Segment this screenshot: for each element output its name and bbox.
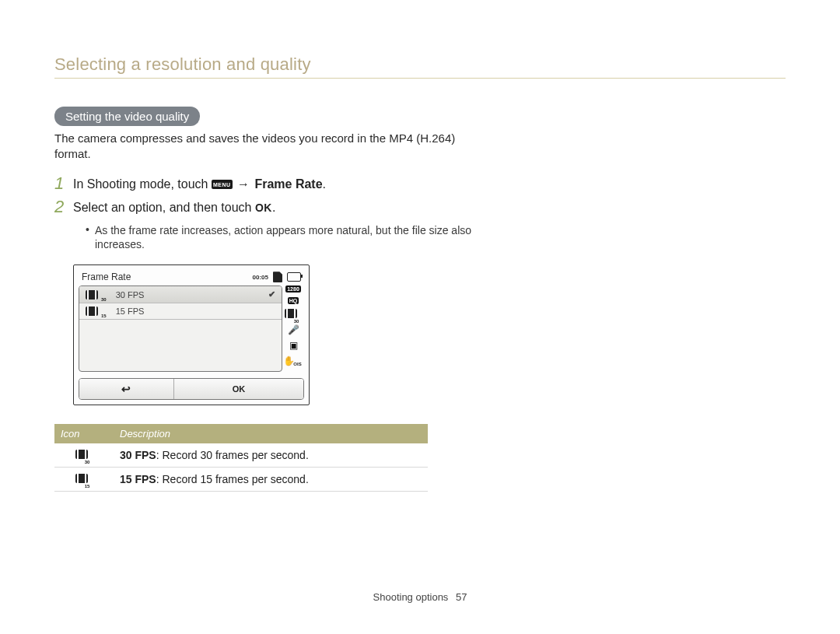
- page-footer: Shooting options 57: [0, 591, 840, 603]
- step-2-leading: Select an option, and then touch: [73, 201, 255, 214]
- option-30fps-label: 30 FPS: [116, 290, 145, 299]
- option-15fps-label: 15 FPS: [116, 306, 145, 316]
- menu-icon: MENU: [212, 180, 233, 189]
- page-title: Selecting a resolution and quality: [54, 54, 786, 79]
- step-number: 2: [54, 198, 73, 215]
- film-icon-sub: 15: [101, 313, 107, 318]
- film-icon: [75, 450, 88, 459]
- footer-section: Shooting options: [373, 591, 449, 603]
- framerate-indicator: 30: [285, 309, 303, 320]
- step-1-leading: In Shooting mode, touch: [73, 177, 212, 191]
- step-1-end: .: [323, 177, 326, 191]
- screenshot-status: 00:05: [253, 271, 301, 282]
- table-desc-cell: 15 FPS: Record 15 frames per second.: [114, 468, 428, 492]
- metering-icon: ▣: [289, 340, 298, 351]
- screenshot-footer: ↩ OK: [79, 378, 304, 400]
- back-button[interactable]: ↩: [79, 379, 174, 399]
- resolution-badge: 1280: [285, 285, 301, 292]
- step-2-note: • As the frame rate increases, action ap…: [86, 223, 490, 253]
- table-desc-text: : Record 30 frames per second.: [156, 449, 309, 461]
- film-icon: [86, 290, 98, 299]
- table-desc-bold: 30 FPS: [120, 449, 156, 461]
- film-icon-sub: 30: [85, 460, 90, 464]
- step-1-text: In Shooting mode, touch MENU → Frame Rat…: [73, 177, 506, 191]
- recording-time: 00:05: [253, 274, 268, 281]
- ok-icon: OK: [255, 201, 272, 214]
- step-2-end: .: [272, 201, 275, 214]
- options-blank: [79, 320, 282, 371]
- step-2-note-text: As the frame rate increases, action appe…: [95, 223, 490, 253]
- table-header-icon: Icon: [54, 424, 114, 443]
- option-15fps[interactable]: 15 15 FPS: [79, 303, 282, 320]
- film-icon-sub: 30: [294, 319, 299, 324]
- film-icon: [285, 309, 297, 318]
- options-panel: 30 30 FPS ✔ 15 15 FPS: [79, 285, 282, 372]
- step-1-target: Frame Rate: [254, 177, 322, 191]
- footer-page-number: 57: [456, 591, 467, 603]
- film-icon-sub: 30: [101, 297, 107, 302]
- back-icon: ↩: [121, 383, 131, 395]
- step-1: 1 In Shooting mode, touch MENU → Frame R…: [54, 177, 506, 192]
- table-desc-cell: 30 FPS: Record 30 frames per second.: [114, 443, 428, 468]
- table-desc-text: : Record 15 frames per second.: [156, 473, 309, 485]
- table-icon-cell: 30: [54, 443, 114, 468]
- step-2-text: Select an option, and then touch OK.: [73, 200, 506, 215]
- steps-list: 1 In Shooting mode, touch MENU → Frame R…: [54, 177, 506, 253]
- icon-description-table: Icon Description 30 30 FPS: Record 30 fr…: [54, 424, 428, 492]
- film-icon-sub: 15: [85, 484, 90, 489]
- option-30fps[interactable]: 30 30 FPS ✔: [79, 286, 282, 303]
- intro-paragraph: The camera compresses and saves the vide…: [54, 131, 467, 163]
- sd-card-icon: [273, 271, 282, 282]
- table-desc-bold: 15 FPS: [120, 473, 156, 485]
- table-header-description: Description: [114, 424, 428, 443]
- quality-badge: HQ: [288, 297, 299, 304]
- table-row: 15 15 FPS: Record 15 frames per second.: [54, 468, 428, 492]
- mic-icon: 🎤: [288, 324, 299, 335]
- bullet-dot: •: [86, 223, 95, 253]
- battery-icon: [287, 272, 301, 282]
- check-icon: ✔: [268, 289, 275, 299]
- ois-icon-sub: OIS: [293, 362, 301, 366]
- step-number: 1: [54, 175, 73, 192]
- camera-screenshot: Frame Rate 00:05 30 30 FPS ✔ 15 15 FPS: [73, 264, 310, 405]
- screenshot-title: Frame Rate: [82, 271, 131, 282]
- screenshot-header: Frame Rate 00:05: [79, 270, 304, 285]
- table-row: 30 30 FPS: Record 30 frames per second.: [54, 443, 428, 468]
- section-pill: Setting the video quality: [54, 107, 200, 126]
- ois-icon: ✋OIS: [283, 356, 303, 366]
- side-indicators: 1280 HQ 30 🎤 ▣ ✋OIS: [282, 285, 304, 372]
- table-icon-cell: 15: [54, 468, 114, 492]
- film-icon: [86, 306, 98, 316]
- film-icon: [75, 474, 88, 483]
- arrow-icon: →: [236, 177, 254, 191]
- step-2: 2 Select an option, and then touch OK.: [54, 200, 506, 215]
- ok-button[interactable]: OK: [174, 379, 303, 399]
